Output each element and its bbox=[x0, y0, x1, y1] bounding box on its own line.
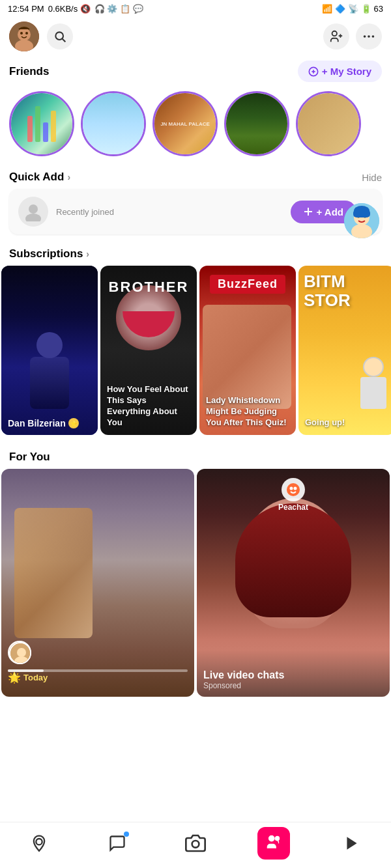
top-nav-left bbox=[9, 21, 73, 51]
peachat-logo: Peachat bbox=[278, 478, 308, 512]
svg-rect-26 bbox=[353, 210, 370, 217]
quick-add-header: Quick Add › Hide bbox=[0, 164, 391, 189]
svg-marker-37 bbox=[347, 837, 356, 850]
signal-icon: 📡 bbox=[348, 4, 358, 14]
bitmoji-avatar-right bbox=[344, 203, 382, 241]
story-item[interactable] bbox=[81, 91, 146, 156]
quick-add-avatar bbox=[18, 197, 48, 227]
verified-icon: ⭐ bbox=[68, 418, 79, 428]
svg-point-4 bbox=[25, 32, 28, 35]
subscription-card[interactable]: BITM STOR Going up! bbox=[298, 266, 391, 435]
nav-item-spotlight[interactable] bbox=[335, 829, 369, 858]
quick-add-card: Recently joined + Add ✕ bbox=[9, 189, 382, 234]
subscription-card[interactable]: BROTHER How You Feel About This Says Eve… bbox=[100, 266, 197, 435]
hide-button[interactable]: Hide bbox=[362, 172, 382, 183]
friends-header: Friends + My Story bbox=[0, 55, 391, 87]
recently-joined-label: Recently joined bbox=[56, 207, 114, 217]
for-you-card-bottom: Live video chats Sponsored bbox=[197, 650, 390, 697]
nav-item-chat[interactable] bbox=[100, 829, 134, 858]
nav-item-stories[interactable] bbox=[257, 829, 291, 858]
for-you-title: For You bbox=[9, 451, 50, 463]
top-nav-right bbox=[323, 23, 382, 49]
svg-point-30 bbox=[287, 483, 300, 496]
bluetooth-icon: 🔷 bbox=[335, 4, 345, 14]
today-label: 🌟 Today bbox=[8, 671, 48, 684]
live-video-label: Live video chats bbox=[203, 669, 383, 681]
status-network: 0.6KB/s 🔇 bbox=[48, 4, 91, 14]
friends-title: Friends bbox=[9, 65, 49, 78]
svg-point-17 bbox=[25, 214, 41, 221]
svg-line-6 bbox=[63, 39, 66, 42]
nav-item-camera[interactable] bbox=[179, 829, 212, 858]
subscription-card[interactable]: BuzzFeed Lady Whistledown Might Be Judgi… bbox=[199, 266, 296, 435]
subscriptions-chevron-icon: › bbox=[86, 249, 89, 259]
for-you-card[interactable]: 🌟 Today bbox=[1, 469, 194, 697]
subscriptions-grid: Dan Bilzerian ⭐ BROTHER How You Feel Abo… bbox=[1, 266, 391, 444]
svg-point-5 bbox=[55, 32, 63, 40]
subscriptions-header: Subscriptions › bbox=[0, 241, 391, 266]
dan-label: Dan Bilzerian ⭐ bbox=[8, 418, 79, 428]
user-avatar[interactable] bbox=[9, 21, 39, 51]
svg-point-33 bbox=[36, 839, 42, 845]
status-time: 12:54 PM bbox=[8, 4, 44, 14]
subscription-card[interactable]: Dan Bilzerian ⭐ bbox=[1, 266, 98, 435]
status-left: 12:54 PM 0.6KB/s 🔇 🎧 ⚙️ 📋 💬 bbox=[8, 4, 143, 14]
svg-point-31 bbox=[290, 487, 293, 490]
quick-add-user: Recently joined bbox=[18, 197, 114, 227]
svg-point-1 bbox=[18, 28, 31, 41]
subscriptions-title: Subscriptions › bbox=[9, 247, 89, 260]
for-you-card[interactable]: Peachat Live video chats Sponsored bbox=[197, 469, 390, 697]
bitmoji-story-caption: Going up! bbox=[305, 417, 388, 428]
peachat-name: Peachat bbox=[278, 503, 308, 512]
brother-caption: How You Feel About This Says Everything … bbox=[107, 384, 190, 428]
svg-point-35 bbox=[268, 835, 274, 841]
more-options-button[interactable] bbox=[356, 23, 382, 49]
peachat-icon bbox=[282, 478, 305, 501]
battery-icon: 🔋 63 bbox=[361, 4, 383, 14]
svg-point-10 bbox=[364, 35, 366, 38]
svg-point-12 bbox=[372, 35, 375, 38]
stories-row: JN MAHAL PALACE bbox=[0, 87, 391, 164]
add-friend-button[interactable] bbox=[323, 23, 349, 49]
svg-point-3 bbox=[20, 32, 23, 35]
status-right: 📶 🔷 📡 🔋 63 bbox=[322, 4, 383, 14]
bottom-nav bbox=[0, 822, 391, 868]
search-button[interactable] bbox=[47, 23, 73, 49]
story-item[interactable] bbox=[9, 91, 74, 156]
svg-point-34 bbox=[192, 841, 199, 848]
svg-point-32 bbox=[294, 487, 297, 490]
top-nav bbox=[0, 18, 391, 55]
quick-add-title: Quick Add › bbox=[9, 171, 70, 184]
chevron-right-icon: › bbox=[67, 172, 70, 182]
svg-point-7 bbox=[332, 31, 337, 36]
story-item[interactable]: JN MAHAL PALACE bbox=[152, 91, 218, 156]
my-story-button[interactable]: + My Story bbox=[298, 61, 382, 82]
svg-point-36 bbox=[275, 836, 280, 841]
story-avatar bbox=[8, 641, 31, 664]
svg-point-16 bbox=[29, 204, 38, 214]
buzzfeed-caption: Lady Whistledown Might Be Judging You Af… bbox=[206, 395, 289, 428]
for-you-header: For You bbox=[0, 444, 391, 469]
story-item[interactable] bbox=[296, 91, 361, 156]
chat-notification-dot bbox=[124, 832, 129, 837]
add-label: + Add bbox=[316, 206, 343, 217]
nav-item-map[interactable] bbox=[22, 829, 56, 858]
sponsored-label: Sponsored bbox=[203, 681, 383, 690]
svg-point-28 bbox=[17, 648, 26, 657]
my-story-label: + My Story bbox=[322, 66, 371, 77]
status-bar: 12:54 PM 0.6KB/s 🔇 🎧 ⚙️ 📋 💬 📶 🔷 📡 🔋 63 bbox=[0, 0, 391, 18]
status-icons: 🎧 ⚙️ 📋 💬 bbox=[94, 4, 143, 14]
for-you-grid: 🌟 Today Peachat Live video chats bbox=[1, 469, 390, 697]
story-item[interactable] bbox=[224, 91, 289, 156]
svg-point-11 bbox=[368, 35, 370, 38]
wifi-icon: 📶 bbox=[322, 4, 332, 14]
